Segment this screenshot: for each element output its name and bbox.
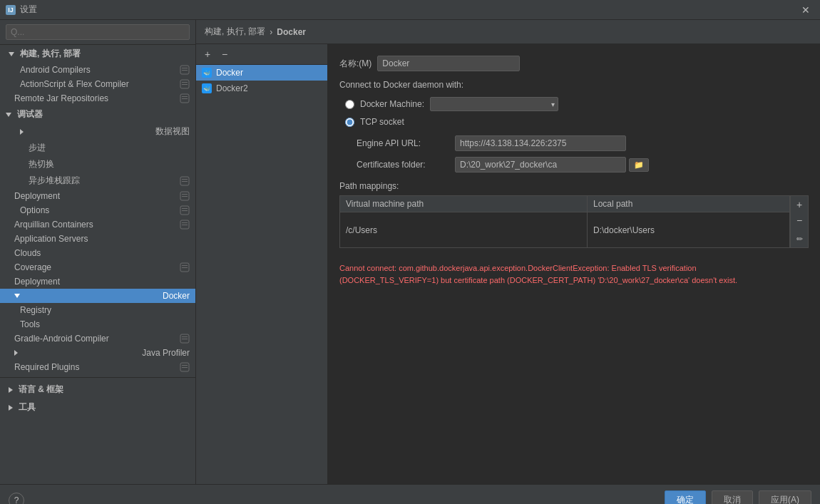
certificates-input[interactable] bbox=[455, 157, 626, 173]
connect-label: Connect to Docker daemon with: bbox=[339, 80, 809, 90]
java-profiler-label: Java Profiler bbox=[142, 348, 190, 358]
svg-rect-7 bbox=[182, 96, 188, 97]
svg-rect-19 bbox=[182, 222, 188, 223]
svg-rect-2 bbox=[182, 70, 188, 71]
settings-icon3 bbox=[180, 93, 190, 103]
coverage-icon bbox=[180, 262, 190, 272]
app-servers-label: Application Servers bbox=[14, 234, 88, 244]
sidebar-item-java-profiler[interactable]: Java Profiler bbox=[0, 346, 195, 360]
gradle-android-label: Gradle-Android Compiler bbox=[14, 334, 109, 344]
sidebar-item-android-compilers[interactable]: Android Compilers bbox=[0, 63, 195, 77]
sidebar: 构建, 执行, 部署 Android Compilers ActionScrip… bbox=[0, 20, 196, 484]
sidebar-item-clouds[interactable]: Clouds bbox=[0, 246, 195, 260]
sidebar-item-step[interactable]: 步进 bbox=[0, 140, 195, 156]
apply-button[interactable]: 应用(A) bbox=[759, 490, 811, 504]
sidebar-item-remote-jar[interactable]: Remote Jar Repositories bbox=[0, 91, 195, 106]
path-table-actions: + − ✏ bbox=[790, 196, 808, 247]
svg-rect-29 bbox=[182, 367, 188, 368]
edit-path-button[interactable]: ✏ bbox=[792, 232, 806, 246]
docker-expand-icon bbox=[14, 294, 20, 298]
sidebar-item-tools[interactable]: Tools bbox=[0, 317, 195, 331]
engine-api-input[interactable] bbox=[455, 135, 626, 151]
svg-rect-10 bbox=[182, 179, 188, 180]
tools-section-expand-icon bbox=[9, 405, 13, 411]
tcp-socket-label[interactable]: TCP socket bbox=[360, 117, 404, 127]
sidebar-item-registry[interactable]: Registry bbox=[0, 303, 195, 317]
sidebar-item-options[interactable]: Options bbox=[0, 203, 195, 217]
required-plugins-icon bbox=[180, 362, 190, 372]
add-path-button[interactable]: + bbox=[792, 197, 806, 212]
remove-path-button[interactable]: − bbox=[792, 213, 806, 227]
tcp-socket-radio[interactable] bbox=[345, 118, 354, 127]
engine-api-row: Engine API URL: bbox=[357, 135, 809, 151]
title-bar-left: IJ 设置 bbox=[6, 4, 37, 16]
table-row[interactable]: /c/Users D:\docker\Users bbox=[340, 212, 790, 248]
certificates-label: Certificates folder: bbox=[357, 160, 449, 170]
breadcrumb-separator: › bbox=[270, 27, 272, 37]
options-label: Options bbox=[20, 205, 49, 215]
debugger-expand-icon bbox=[6, 113, 11, 117]
sidebar-item-docker[interactable]: Docker bbox=[0, 289, 195, 303]
svg-rect-26 bbox=[182, 339, 188, 339]
sidebar-item-data-view[interactable]: 数据视图 bbox=[0, 123, 195, 140]
path-table: Virtual machine path Local path /c/Users… bbox=[340, 196, 790, 247]
sidebar-item-hotswap[interactable]: 热切换 bbox=[0, 156, 195, 173]
svg-rect-23 bbox=[182, 267, 188, 268]
sidebar-item-debugger[interactable]: 调试器 bbox=[0, 106, 195, 123]
hotswap-label: 热切换 bbox=[29, 158, 54, 170]
search-input[interactable] bbox=[6, 24, 190, 40]
local-path-header: Local path bbox=[587, 196, 789, 212]
docker-machine-radio[interactable] bbox=[345, 100, 354, 109]
docker-list-panel: + − 🐳 Docker 🐳 Docker2 bbox=[196, 44, 328, 484]
sidebar-item-app-servers[interactable]: Application Servers bbox=[0, 232, 195, 246]
sidebar-item-required-plugins[interactable]: Required Plugins bbox=[0, 360, 195, 374]
search-box bbox=[0, 20, 195, 45]
docker-list-item-docker2[interactable]: 🐳 Docker2 bbox=[196, 81, 327, 96]
sidebar-item-lang-framework[interactable]: 语言 & 框架 bbox=[0, 381, 195, 398]
java-profiler-expand-icon bbox=[14, 350, 18, 356]
main-container: 构建, 执行, 部署 Android Compilers ActionScrip… bbox=[0, 20, 820, 484]
confirm-button[interactable]: 确定 bbox=[665, 490, 706, 504]
path-mappings-section: Path mappings: Virtual machine path Loca… bbox=[339, 181, 809, 248]
docker-machine-label[interactable]: Docker Machine: bbox=[360, 99, 424, 109]
docker-list-item-docker1[interactable]: 🐳 Docker bbox=[196, 65, 327, 81]
svg-rect-14 bbox=[182, 196, 188, 197]
sidebar-item-tools-section[interactable]: 工具 bbox=[0, 398, 195, 416]
data-view-label: 数据视图 bbox=[155, 125, 190, 138]
close-button[interactable]: ✕ bbox=[797, 3, 814, 17]
bottom-right: 确定 取消 应用(A) bbox=[665, 490, 811, 504]
help-button[interactable]: ? bbox=[9, 493, 24, 505]
sidebar-item-deployment[interactable]: Deployment bbox=[0, 189, 195, 203]
data-view-expand-icon bbox=[20, 129, 24, 135]
sidebar-build-label: 构建, 执行, 部署 bbox=[20, 48, 81, 60]
svg-rect-1 bbox=[182, 68, 188, 68]
svg-rect-13 bbox=[182, 194, 188, 195]
svg-rect-20 bbox=[182, 225, 188, 225]
sidebar-item-actionscript[interactable]: ActionScript & Flex Compiler bbox=[0, 77, 195, 91]
sidebar-item-arquillian[interactable]: Arquillian Containers bbox=[0, 217, 195, 232]
engine-api-label: Engine API URL: bbox=[357, 138, 449, 148]
svg-rect-25 bbox=[182, 336, 188, 337]
local-path-cell: D:\docker\Users bbox=[587, 212, 789, 248]
sidebar-item-coverage[interactable]: Coverage bbox=[0, 260, 195, 274]
arquillian-label: Arquillian Containers bbox=[14, 220, 93, 230]
settings-icon bbox=[180, 65, 190, 75]
arquillian-icon bbox=[180, 220, 190, 230]
sidebar-item-deployment2[interactable]: Deployment bbox=[0, 274, 195, 289]
docker1-icon: 🐳 bbox=[202, 68, 212, 78]
remove-docker-button[interactable]: − bbox=[217, 47, 232, 61]
add-docker-button[interactable]: + bbox=[200, 47, 215, 61]
sidebar-item-build-header[interactable]: 构建, 执行, 部署 bbox=[0, 45, 195, 63]
sidebar-item-async-trace[interactable]: 异步堆栈跟踪 bbox=[0, 173, 195, 189]
debugger-label: 调试器 bbox=[17, 108, 43, 120]
cancel-button[interactable]: 取消 bbox=[712, 490, 753, 504]
required-plugins-label: Required Plugins bbox=[14, 362, 79, 372]
name-input[interactable] bbox=[377, 56, 520, 71]
lang-framework-label: 语言 & 框架 bbox=[19, 384, 63, 396]
clouds-label: Clouds bbox=[14, 248, 41, 258]
path-mappings-label: Path mappings: bbox=[339, 181, 809, 191]
docker-machine-select[interactable] bbox=[430, 97, 558, 111]
folder-browse-button[interactable]: 📁 bbox=[629, 158, 649, 172]
sidebar-item-gradle-android[interactable]: Gradle-Android Compiler bbox=[0, 331, 195, 346]
actionscript-label: ActionScript & Flex Compiler bbox=[20, 79, 129, 89]
